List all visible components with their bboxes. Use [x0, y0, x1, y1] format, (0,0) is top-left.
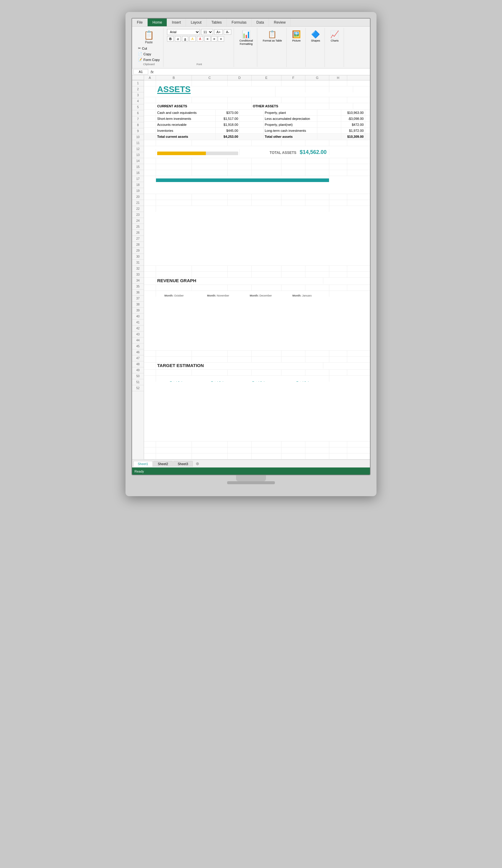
cell[interactable]	[192, 158, 228, 164]
cell[interactable]	[228, 158, 252, 164]
cell[interactable]	[156, 80, 192, 86]
cell[interactable]	[144, 453, 156, 459]
cell[interactable]	[144, 376, 156, 382]
copy-button[interactable]: 📄 Copy	[137, 51, 161, 56]
cell[interactable]	[252, 164, 282, 170]
cell[interactable]	[240, 116, 263, 122]
cell[interactable]	[329, 80, 347, 86]
add-sheet-button[interactable]: ⊕	[194, 460, 202, 467]
cell[interactable]	[329, 86, 353, 92]
tab-layout[interactable]: Layout	[186, 19, 207, 26]
cell[interactable]	[228, 97, 252, 103]
cell[interactable]	[305, 80, 329, 86]
tab-insert[interactable]: Insert	[167, 19, 186, 26]
cell[interactable]	[144, 80, 156, 86]
cell[interactable]	[317, 134, 341, 140]
cell[interactable]	[228, 194, 252, 200]
cell[interactable]	[192, 442, 228, 447]
cell[interactable]	[329, 351, 347, 356]
col-header-h[interactable]: H	[329, 75, 347, 80]
cell[interactable]	[228, 200, 252, 206]
col-header-b[interactable]: B	[156, 75, 192, 80]
conditional-formatting-button[interactable]: 📊 ConditionalFormatting	[238, 29, 254, 47]
cell[interactable]	[365, 122, 370, 128]
paste-button[interactable]: 📋 Paste	[141, 29, 157, 45]
col-header-d[interactable]: D	[228, 75, 252, 80]
cell[interactable]: Less accumulated depreciation	[263, 116, 317, 122]
cell[interactable]	[252, 272, 282, 278]
cell[interactable]	[156, 356, 192, 363]
col-header-a[interactable]: A	[144, 75, 156, 80]
cell[interactable]	[144, 285, 156, 291]
bold-button[interactable]: B	[167, 36, 174, 42]
cell[interactable]	[329, 447, 347, 453]
cell[interactable]: Long-term cash investments	[263, 128, 317, 134]
cell[interactable]	[252, 285, 282, 291]
cell[interactable]	[144, 86, 156, 92]
cell[interactable]	[252, 80, 282, 86]
cell[interactable]: -$3,098.00	[341, 116, 365, 122]
cell[interactable]	[282, 140, 305, 146]
cell[interactable]	[144, 363, 156, 369]
cell[interactable]: $1,517.00	[216, 116, 240, 122]
cell[interactable]	[282, 351, 305, 356]
cell[interactable]	[329, 285, 347, 291]
underline-button[interactable]: a	[182, 36, 188, 42]
cell[interactable]	[228, 370, 252, 376]
cell[interactable]	[228, 356, 252, 363]
cell[interactable]	[156, 272, 192, 278]
cell[interactable]	[192, 170, 228, 176]
cell[interactable]	[156, 200, 192, 206]
cell[interactable]	[144, 200, 156, 206]
tab-review[interactable]: Review	[269, 19, 291, 26]
cell[interactable]	[305, 158, 329, 164]
tab-formulas[interactable]: Formulas	[227, 19, 252, 26]
sheet-tab-1[interactable]: Sheet1	[133, 461, 153, 467]
cell[interactable]	[144, 128, 156, 134]
cell[interactable]	[144, 447, 156, 453]
cell[interactable]	[156, 453, 192, 459]
cell[interactable]	[192, 285, 228, 291]
cell[interactable]	[144, 370, 156, 376]
cell[interactable]: Cash and cash equivalents	[156, 110, 216, 116]
cell[interactable]	[228, 453, 252, 459]
cell[interactable]	[144, 97, 156, 103]
cell[interactable]: Property, plant	[263, 110, 317, 116]
cell[interactable]	[329, 140, 347, 146]
cell[interactable]	[156, 351, 192, 356]
cell[interactable]	[305, 442, 329, 447]
cell[interactable]	[144, 356, 156, 363]
cell[interactable]	[252, 170, 282, 176]
cell[interactable]	[305, 194, 329, 200]
cell[interactable]	[252, 453, 282, 459]
cell[interactable]	[192, 164, 228, 170]
cell[interactable]	[144, 140, 156, 146]
cell[interactable]	[228, 447, 252, 453]
cell[interactable]	[252, 356, 282, 363]
tab-data[interactable]: Data	[252, 19, 269, 26]
cell[interactable]	[156, 194, 192, 200]
cell[interactable]	[305, 447, 329, 453]
other-assets-heading[interactable]: OTHER ASSETS	[252, 103, 305, 109]
form-copy-button[interactable]: 📝 Form Copy	[137, 57, 161, 62]
font-size-select[interactable]: 11	[201, 29, 213, 35]
cell[interactable]	[317, 128, 341, 134]
cell[interactable]	[192, 140, 228, 146]
col-header-f[interactable]: F	[282, 75, 305, 80]
cell[interactable]	[252, 158, 282, 164]
cell[interactable]	[252, 447, 282, 453]
cell[interactable]	[144, 164, 156, 170]
cell[interactable]	[275, 86, 305, 92]
cell[interactable]	[156, 370, 192, 376]
cell[interactable]	[353, 103, 370, 109]
cell[interactable]: Property, plant(net)	[263, 122, 317, 128]
cell[interactable]	[156, 170, 192, 176]
cell[interactable]	[240, 122, 263, 128]
cell[interactable]	[305, 272, 329, 278]
cell[interactable]	[144, 291, 156, 297]
cell[interactable]	[329, 164, 347, 170]
cell[interactable]	[282, 447, 305, 453]
cell[interactable]	[156, 158, 192, 164]
cell[interactable]	[282, 194, 305, 200]
cell[interactable]	[305, 103, 329, 109]
